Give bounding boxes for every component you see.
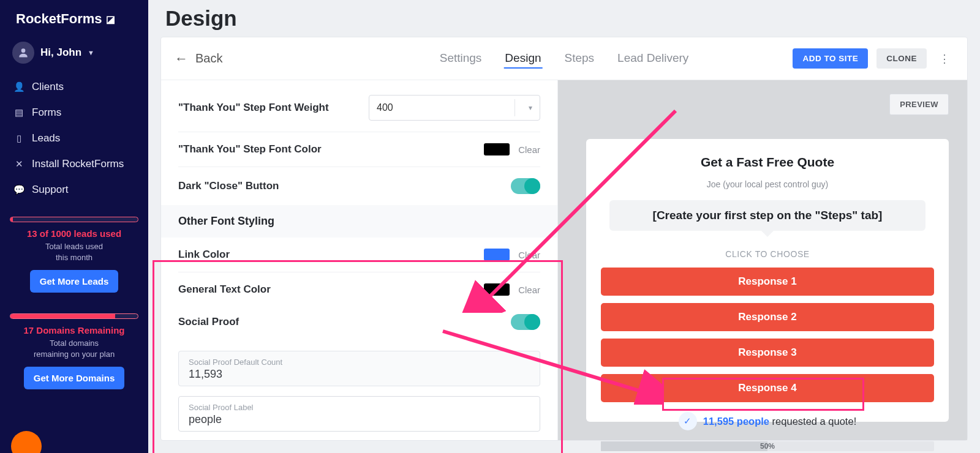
id-card-icon: ▯ <box>13 133 24 144</box>
preview-social-proof: ✓ 11,595 people requested a quote! <box>601 412 934 430</box>
setting-label: Social Proof <box>178 316 239 328</box>
leads-meter-label: 13 of 1000 leads used <box>10 228 138 239</box>
sidebar-item-leads[interactable]: ▯ Leads <box>10 126 138 151</box>
sidebar-item-forms[interactable]: ▤ Forms <box>10 100 138 125</box>
preview-panel: PREVIEW Get a Fast Free Quote Joe (your … <box>558 80 967 440</box>
setting-link-color: Link Color Clear <box>178 238 540 272</box>
card-body: "Thank You" Step Font Weight 400 ▾ "Than… <box>161 80 967 440</box>
sidebar-item-label: Support <box>32 184 69 196</box>
response-button[interactable]: Response 1 <box>601 268 934 296</box>
color-swatch[interactable] <box>484 283 510 296</box>
add-to-site-button[interactable]: ADD TO SITE <box>793 48 868 69</box>
section-header-other-font: Other Font Styling <box>161 205 557 238</box>
design-settings-panel[interactable]: "Thank You" Step Font Weight 400 ▾ "Than… <box>161 80 558 440</box>
chat-icon: 💬 <box>13 184 24 195</box>
input-label: Social Proof Label <box>189 403 530 412</box>
leads-meter-track <box>10 217 138 222</box>
tab-lead-delivery[interactable]: Lead Delivery <box>616 49 690 69</box>
editor-card: ← Back Settings Design Steps Lead Delive… <box>160 37 968 441</box>
sidebar: RocketForms ◪ Hi, John ▼ 👤 Clients ▤ For… <box>0 0 148 453</box>
sp-label: people <box>737 416 769 427</box>
preview-step-placeholder: [Create your first step on the "Steps" t… <box>609 200 925 231</box>
get-more-leads-button[interactable]: Get More Leads <box>30 270 119 293</box>
brand-name: RocketForms <box>16 11 102 27</box>
setting-thankyou-font-color: "Thank You" Step Font Color Clear <box>178 132 540 167</box>
sidebar-item-install[interactable]: ✕ Install RocketForms <box>10 152 138 176</box>
response-button[interactable]: Response 3 <box>601 339 934 367</box>
header-actions: ADD TO SITE CLONE ⋮ <box>793 48 954 69</box>
font-weight-select[interactable]: 400 ▾ <box>369 95 540 121</box>
clone-button[interactable]: CLONE <box>876 48 927 69</box>
setting-general-text-color: General Text Color Clear <box>178 272 540 298</box>
select-value: 400 <box>377 102 393 113</box>
setting-label: "Thank You" Step Font Weight <box>178 102 329 114</box>
input-value: people <box>189 413 530 426</box>
color-swatch[interactable] <box>484 249 510 261</box>
response-button[interactable]: Response 2 <box>601 303 934 331</box>
preview-title: Get a Fast Free Quote <box>601 155 934 170</box>
check-icon: ✓ <box>679 412 697 430</box>
domains-meter-fill <box>10 314 115 318</box>
social-proof-count-input[interactable]: Social Proof Default Count 11,593 <box>178 351 540 386</box>
brand-logo[interactable]: RocketForms ◪ <box>10 7 138 38</box>
card-header: ← Back Settings Design Steps Lead Delive… <box>161 37 967 80</box>
tab-design[interactable]: Design <box>503 49 542 69</box>
form-icon: ▤ <box>13 107 24 118</box>
sp-count: 11,595 <box>703 416 734 427</box>
social-proof-toggle[interactable] <box>511 314 540 330</box>
back-label: Back <box>195 51 222 66</box>
input-value: 11,593 <box>189 368 530 381</box>
tools-icon: ✕ <box>13 159 24 170</box>
preview-button[interactable]: PREVIEW <box>889 94 949 115</box>
response-button[interactable]: Response 4 <box>601 374 934 402</box>
domains-meter-track <box>10 313 138 319</box>
tab-settings[interactable]: Settings <box>439 49 483 69</box>
clear-color-button[interactable]: Clear <box>518 285 540 295</box>
setting-label: Dark "Close" Button <box>178 180 279 192</box>
leads-usage-meter: 13 of 1000 leads used Total leads usedth… <box>10 217 138 293</box>
leads-meter-fill <box>10 217 13 222</box>
main-content: Design ← Back Settings Design Steps Lead… <box>148 0 980 453</box>
get-more-domains-button[interactable]: Get More Domains <box>24 367 125 389</box>
sidebar-item-label: Leads <box>32 132 60 144</box>
person-icon: 👤 <box>13 81 24 92</box>
domains-meter-sub: Total domainsremaining on your plan <box>10 338 138 359</box>
preview-click-to-choose: CLICK TO CHOOSE <box>601 249 934 259</box>
color-swatch[interactable] <box>484 143 510 155</box>
sidebar-item-label: Clients <box>32 81 64 93</box>
more-menu-icon[interactable]: ⋮ <box>935 50 954 68</box>
setting-label: General Text Color <box>178 283 271 296</box>
editor-tabs: Settings Design Steps Lead Delivery <box>439 49 690 69</box>
clear-color-button[interactable]: Clear <box>518 250 540 260</box>
progress-text: 50% <box>601 441 934 451</box>
sidebar-item-support[interactable]: 💬 Support <box>10 178 138 202</box>
tab-steps[interactable]: Steps <box>564 49 596 69</box>
page-title: Design <box>148 0 980 33</box>
setting-social-proof-toggle: Social Proof <box>178 298 540 341</box>
user-menu[interactable]: Hi, John ▼ <box>10 38 138 75</box>
chevron-down-icon: ▼ <box>88 49 94 56</box>
preview-subtitle: Joe (your local pest control guy) <box>601 179 934 189</box>
primary-nav: 👤 Clients ▤ Forms ▯ Leads ✕ Install Rock… <box>10 75 138 202</box>
clear-color-button[interactable]: Clear <box>518 144 540 155</box>
chart-icon: ◪ <box>106 13 115 25</box>
setting-label: "Thank You" Step Font Color <box>178 143 322 155</box>
leads-meter-sub: Total leads usedthis month <box>10 241 138 263</box>
domains-meter-label: 17 Domains Remaining <box>10 325 138 335</box>
back-button[interactable]: ← Back <box>175 51 222 67</box>
arrow-left-icon: ← <box>175 51 188 67</box>
sidebar-item-label: Forms <box>32 107 61 119</box>
input-label: Social Proof Default Count <box>189 358 530 367</box>
dark-close-toggle[interactable] <box>511 178 540 194</box>
sp-text: requested a quote! <box>772 416 857 427</box>
setting-label: Link Color <box>178 249 230 261</box>
svg-point-0 <box>21 48 26 53</box>
avatar-icon <box>12 42 34 64</box>
preview-progress: 50% <box>601 441 934 451</box>
social-proof-label-input[interactable]: Social Proof Label people <box>178 396 540 432</box>
chat-fab[interactable] <box>11 431 42 453</box>
sidebar-item-clients[interactable]: 👤 Clients <box>10 75 138 99</box>
user-greeting: Hi, John <box>40 47 81 59</box>
chevron-down-icon: ▾ <box>529 103 532 112</box>
domains-usage-meter: 17 Domains Remaining Total domainsremain… <box>10 313 138 389</box>
